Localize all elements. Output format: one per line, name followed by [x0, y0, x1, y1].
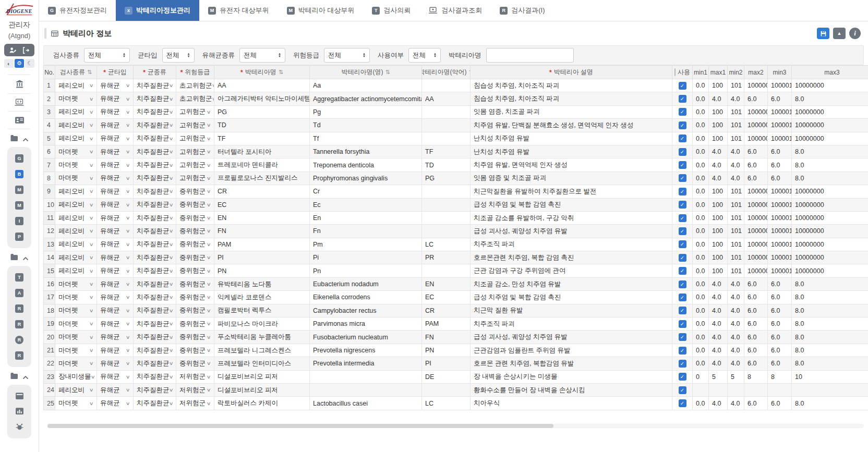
cell-species[interactable]: 치주질환균∨	[134, 304, 176, 317]
cell-used[interactable]: ✓	[672, 158, 693, 172]
cell-germ_type[interactable]: 유해균∨	[97, 238, 134, 251]
cell-species[interactable]: 치주질환균∨	[134, 132, 176, 145]
cell-species[interactable]: 치주질환균∨	[134, 344, 176, 357]
sidebar-item-virus[interactable]	[15, 422, 24, 431]
use-checkbox[interactable]: ✓	[679, 201, 686, 209]
id-card-icon[interactable]	[15, 116, 25, 124]
cell-species[interactable]: 치주질환균∨	[134, 264, 176, 277]
use-checkbox[interactable]: ✓	[679, 294, 686, 301]
cell-germ_type[interactable]: 유해균∨	[97, 185, 134, 198]
test-type-select[interactable]: 전체▲▼	[84, 48, 130, 63]
sidebar-item-item-i[interactable]: I	[15, 217, 23, 225]
cell-risk[interactable]: 중위험군∨	[176, 291, 214, 304]
use-checkbox[interactable]: ✓	[679, 347, 686, 355]
cell-germ_type[interactable]: 유해균∨	[97, 92, 134, 105]
cell-test_type[interactable]: 페리오비∨	[55, 119, 97, 132]
cell-species[interactable]: 치주질환균∨	[134, 185, 176, 198]
use-checkbox[interactable]: ✓	[679, 188, 686, 196]
cell-germ_type[interactable]: 유해균∨	[97, 225, 134, 238]
use-checkbox[interactable]: ✓	[679, 82, 686, 90]
cell-risk[interactable]: 초고위험군∨	[176, 79, 214, 92]
cell-used[interactable]: ✓	[672, 238, 693, 251]
col-name_en[interactable]: 박테리아명(영)⇅	[310, 66, 422, 79]
sidebar-item-bacteria-target[interactable]: M	[15, 201, 23, 210]
use-checkbox[interactable]: ✓	[679, 227, 686, 235]
nav-group-header-2[interactable]	[10, 253, 29, 263]
logout-icon[interactable]	[21, 46, 30, 54]
cell-used[interactable]: ✓	[672, 119, 693, 132]
cell-used[interactable]: ✓	[672, 92, 693, 105]
use-checkbox[interactable]: ✓	[679, 267, 686, 275]
cell-risk[interactable]: 초고위험군∨	[176, 92, 214, 105]
cell-used[interactable]: ✓	[672, 277, 693, 290]
cell-used[interactable]: ✓	[672, 304, 693, 317]
use-checkbox[interactable]: ✓	[679, 240, 686, 248]
use-checkbox[interactable]: ✓	[679, 254, 686, 262]
use-checkbox[interactable]: ✓	[679, 373, 686, 381]
cell-used[interactable]: ✓	[672, 251, 693, 264]
cell-risk[interactable]: 중위험군∨	[176, 264, 214, 277]
cell-germ_type[interactable]: 유해균∨	[97, 251, 134, 264]
cell-risk[interactable]: 중위험군∨	[176, 198, 214, 211]
cell-species[interactable]: 치주질환균∨	[134, 357, 176, 370]
cell-used[interactable]: ✓	[672, 344, 693, 357]
cell-species[interactable]: 치주질환균∨	[134, 383, 176, 396]
cell-test_type[interactable]: 마더펫∨	[55, 158, 97, 172]
cell-test_type[interactable]: 마더펫∨	[55, 357, 97, 370]
col-abbr[interactable]: 박테리아명(약어)⇅	[422, 66, 471, 79]
cell-risk[interactable]: 고위험군∨	[176, 105, 214, 118]
cell-species[interactable]: 치주질환균∨	[134, 92, 176, 105]
sidebar-item-item-p[interactable]: P	[15, 233, 23, 241]
cell-used[interactable]: ✓	[672, 211, 693, 224]
cell-species[interactable]: 치주질환균∨	[134, 277, 176, 290]
cell-species[interactable]: 치주질환균∨	[134, 331, 176, 344]
cell-test_type[interactable]: 장내미생물∨	[55, 370, 97, 383]
cell-test_type[interactable]: 페리오비∨	[55, 105, 97, 118]
cell-used[interactable]: ✓	[672, 198, 693, 211]
cell-species[interactable]: 치주질환균∨	[134, 397, 176, 410]
cell-germ_type[interactable]: 유해균∨	[97, 264, 134, 277]
cell-risk[interactable]: 중위험군∨	[176, 277, 214, 290]
cell-risk[interactable]: 저위험군∨	[176, 397, 214, 410]
select-all-checkbox[interactable]	[674, 68, 676, 76]
cell-species[interactable]: 치주질환균∨	[134, 172, 176, 185]
tab-test-result-i[interactable]: R검사결과(I)	[491, 0, 553, 21]
cell-risk[interactable]: 고위험군∨	[176, 119, 214, 132]
cell-species[interactable]: 치주질환균∨	[134, 119, 176, 132]
horizontal-scrollbar[interactable]	[47, 424, 864, 428]
cell-germ_type[interactable]: 유해균∨	[97, 304, 134, 317]
cell-used[interactable]: ✓	[672, 357, 693, 370]
cell-risk[interactable]: 중위험군∨	[176, 225, 214, 238]
scrollbar-thumb[interactable]	[47, 424, 553, 428]
cell-germ_type[interactable]: 유해균∨	[97, 172, 134, 185]
use-checkbox[interactable]: ✓	[679, 399, 686, 407]
cell-risk[interactable]: 고위험군∨	[176, 132, 214, 145]
cell-risk[interactable]: 저위험군∨	[176, 370, 214, 383]
cell-risk[interactable]: 고위험군∨	[176, 172, 214, 185]
sidebar-item-gene-target[interactable]: M	[15, 186, 23, 194]
cell-test_type[interactable]: 마더펫∨	[55, 291, 97, 304]
cell-test_type[interactable]: 마더펫∨	[55, 317, 97, 331]
user-edit-icon[interactable]	[9, 46, 17, 54]
cell-used[interactable]: ✓	[672, 264, 693, 277]
bank-icon[interactable]	[15, 80, 24, 89]
use-checkbox[interactable]: ✓	[679, 174, 686, 182]
nav-group-header-3[interactable]	[10, 372, 29, 382]
cell-risk[interactable]: 중위험군∨	[176, 317, 214, 331]
cell-used[interactable]: ✓	[672, 370, 693, 383]
use-checkbox[interactable]: ✓	[679, 148, 686, 156]
cell-germ_type[interactable]: 유해균∨	[97, 79, 134, 92]
use-checkbox[interactable]: ✓	[679, 121, 686, 129]
cell-test_type[interactable]: 마더펫∨	[55, 304, 97, 317]
harmful-species-select[interactable]: 전체▲▼	[239, 48, 285, 63]
cell-species[interactable]: 치주질환균∨	[134, 225, 176, 238]
cell-species[interactable]: 치주질환균∨	[134, 238, 176, 251]
sidebar-item-item-t[interactable]: T	[15, 273, 23, 282]
use-checkbox[interactable]: ✓	[679, 333, 686, 341]
cell-species[interactable]: 치주질환균∨	[134, 317, 176, 331]
info-button[interactable]: i	[849, 28, 861, 39]
cell-germ_type[interactable]: 유해균∨	[97, 119, 134, 132]
cell-risk[interactable]: 중위험군∨	[176, 185, 214, 198]
cell-germ_type[interactable]: 유해균∨	[97, 331, 134, 344]
tab-gene-info[interactable]: G유전자정보관리	[39, 0, 116, 21]
